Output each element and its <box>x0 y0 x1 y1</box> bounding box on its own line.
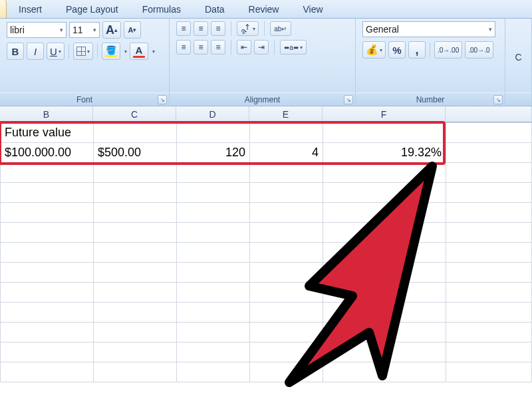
orientation-button[interactable]: a↗▾ <box>237 21 259 36</box>
cell[interactable] <box>323 163 446 183</box>
fill-color-button[interactable]: 🪣 <box>102 43 120 60</box>
home-tab-sliver[interactable] <box>0 0 7 18</box>
dialog-launcher-alignment[interactable]: ↘ <box>344 95 353 104</box>
shrink-font-button[interactable]: A▾ <box>124 21 141 39</box>
cell[interactable] <box>446 323 532 342</box>
cell[interactable] <box>323 362 446 382</box>
cell[interactable] <box>446 223 532 243</box>
chevron-down-icon[interactable]: ▾ <box>124 49 127 55</box>
cell[interactable] <box>94 203 177 223</box>
cell[interactable] <box>177 303 250 323</box>
dialog-launcher-number[interactable]: ↘ <box>493 95 503 104</box>
italic-button[interactable]: I <box>27 43 44 60</box>
cell[interactable] <box>250 203 323 223</box>
cell[interactable] <box>446 243 532 263</box>
cell[interactable] <box>177 183 250 203</box>
cell[interactable] <box>177 203 250 223</box>
merge-center-button[interactable]: ⬌a⬌▾ <box>280 40 307 55</box>
cell-C1[interactable] <box>94 123 177 143</box>
cell[interactable] <box>323 342 446 362</box>
cell[interactable] <box>250 303 323 323</box>
cell[interactable] <box>250 223 323 243</box>
cell[interactable] <box>94 183 177 203</box>
col-header-E[interactable]: E <box>249 106 323 122</box>
cell-F2[interactable]: 19.32% <box>323 143 446 163</box>
chevron-down-icon[interactable]: ▾ <box>152 49 155 55</box>
cell[interactable] <box>446 283 532 303</box>
cell[interactable] <box>1 243 94 263</box>
cell[interactable] <box>177 223 250 243</box>
tab-data[interactable]: Data <box>193 1 237 17</box>
tab-page-layout[interactable]: Page Layout <box>54 1 130 17</box>
cell[interactable] <box>1 323 94 342</box>
cell[interactable] <box>1 303 94 323</box>
cell[interactable] <box>94 243 177 263</box>
cell[interactable] <box>94 303 177 323</box>
cell[interactable] <box>177 342 250 362</box>
cell[interactable] <box>94 323 177 342</box>
align-center-button[interactable]: ≡ <box>194 40 208 55</box>
cell[interactable] <box>177 323 250 342</box>
cell[interactable] <box>177 283 250 303</box>
cell[interactable] <box>177 163 250 183</box>
cell[interactable] <box>446 203 532 223</box>
cell[interactable] <box>323 183 446 203</box>
cell[interactable] <box>1 283 94 303</box>
cell[interactable] <box>1 263 94 283</box>
col-header-B[interactable]: B <box>0 106 93 122</box>
cell[interactable] <box>1 183 94 203</box>
cell-G1[interactable] <box>446 123 532 143</box>
cell[interactable] <box>323 223 446 243</box>
cell[interactable] <box>446 362 532 382</box>
cell[interactable] <box>446 342 532 362</box>
cell[interactable] <box>177 263 250 283</box>
cell[interactable] <box>1 203 94 223</box>
cell[interactable] <box>446 163 532 183</box>
cell[interactable] <box>446 263 532 283</box>
cell[interactable] <box>250 342 323 362</box>
tab-view[interactable]: View <box>291 1 334 17</box>
cell[interactable] <box>94 342 177 362</box>
cell-G2[interactable] <box>446 143 532 163</box>
cell[interactable] <box>250 163 323 183</box>
cell-D2[interactable]: 120 <box>177 143 250 163</box>
decrease-decimal-button[interactable]: .00→.0 <box>465 41 493 59</box>
cell[interactable] <box>94 283 177 303</box>
dialog-launcher-font[interactable]: ↘ <box>158 95 167 104</box>
cell[interactable] <box>323 283 446 303</box>
cell-E2[interactable]: 4 <box>250 143 323 163</box>
tab-review[interactable]: Review <box>237 1 291 17</box>
cell[interactable] <box>94 362 177 382</box>
cell[interactable] <box>323 323 446 342</box>
cell[interactable] <box>94 263 177 283</box>
font-size-combo[interactable]: 11 ▾ <box>69 22 100 38</box>
align-right-button[interactable]: ≡ <box>211 40 225 55</box>
cell[interactable] <box>250 243 323 263</box>
cell[interactable] <box>1 223 94 243</box>
align-bottom-button[interactable]: ≡ <box>211 21 225 36</box>
cell-E1[interactable] <box>250 123 323 143</box>
cell[interactable] <box>94 223 177 243</box>
grow-font-button[interactable]: A▴ <box>102 21 121 39</box>
cell[interactable] <box>250 323 323 342</box>
tab-insert[interactable]: Insert <box>7 1 54 17</box>
cell[interactable] <box>323 303 446 323</box>
cell[interactable] <box>250 183 323 203</box>
align-top-button[interactable]: ≡ <box>176 21 191 36</box>
cell[interactable] <box>177 243 250 263</box>
cell[interactable] <box>1 163 94 183</box>
cell-B1[interactable]: Future value <box>1 123 94 143</box>
cell[interactable] <box>250 283 323 303</box>
increase-indent-button[interactable]: ⇥ <box>254 40 269 55</box>
align-middle-button[interactable]: ≡ <box>194 21 208 36</box>
cell[interactable] <box>446 303 532 323</box>
col-header-F[interactable]: F <box>323 106 446 122</box>
cell[interactable] <box>177 362 250 382</box>
cell-F1[interactable] <box>323 123 446 143</box>
wrap-text-button[interactable]: ab↵ <box>270 21 291 36</box>
tab-formulas[interactable]: Formulas <box>130 1 193 17</box>
accounting-format-button[interactable]: 💰▾ <box>362 41 386 59</box>
align-left-button[interactable]: ≡ <box>176 40 191 55</box>
cell[interactable] <box>323 243 446 263</box>
cell[interactable] <box>1 342 94 362</box>
